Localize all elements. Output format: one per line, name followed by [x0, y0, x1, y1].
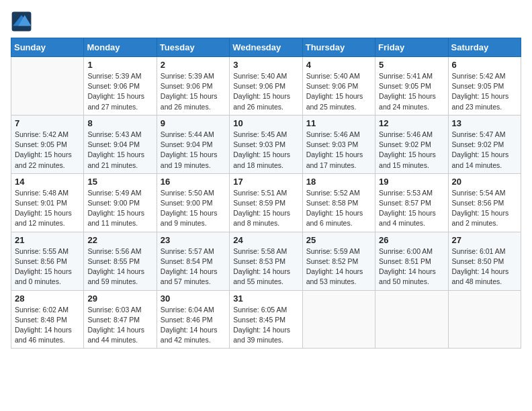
day-number: 20 — [452, 177, 517, 187]
day-number: 10 — [233, 118, 298, 128]
day-number: 29 — [87, 293, 152, 304]
cell-info: Sunrise: 5:54 AM Sunset: 8:56 PM Dayligh… — [452, 188, 517, 229]
cell-info: Sunrise: 5:58 AM Sunset: 8:53 PM Dayligh… — [233, 246, 298, 287]
day-number: 25 — [306, 235, 371, 245]
calendar-cell — [375, 290, 448, 349]
day-number: 15 — [87, 177, 152, 187]
calendar-cell — [448, 290, 521, 349]
logo — [11, 11, 35, 32]
calendar-cell: 4Sunrise: 5:40 AM Sunset: 9:06 PM Daylig… — [302, 57, 375, 116]
day-number: 28 — [15, 293, 80, 304]
header-tuesday: Tuesday — [157, 38, 229, 57]
cell-info: Sunrise: 6:02 AM Sunset: 8:48 PM Dayligh… — [15, 305, 80, 346]
calendar-cell: 10Sunrise: 5:45 AM Sunset: 9:03 PM Dayli… — [230, 115, 302, 173]
day-number: 4 — [306, 60, 371, 70]
calendar-cell: 30Sunrise: 6:04 AM Sunset: 8:46 PM Dayli… — [157, 290, 229, 349]
cell-info: Sunrise: 5:56 AM Sunset: 8:55 PM Dayligh… — [87, 246, 152, 287]
cell-info: Sunrise: 5:42 AM Sunset: 9:05 PM Dayligh… — [15, 130, 80, 171]
cell-info: Sunrise: 5:48 AM Sunset: 9:01 PM Dayligh… — [15, 188, 80, 229]
calendar-cell: 16Sunrise: 5:50 AM Sunset: 9:00 PM Dayli… — [157, 173, 229, 232]
calendar-table: SundayMondayTuesdayWednesdayThursdayFrid… — [11, 38, 521, 349]
day-number: 5 — [379, 60, 444, 70]
cell-info: Sunrise: 5:55 AM Sunset: 8:56 PM Dayligh… — [15, 246, 80, 287]
calendar-cell: 1Sunrise: 5:39 AM Sunset: 9:06 PM Daylig… — [84, 57, 157, 116]
calendar-cell: 27Sunrise: 6:01 AM Sunset: 8:50 PM Dayli… — [448, 232, 521, 290]
day-number: 17 — [233, 177, 298, 187]
cell-info: Sunrise: 5:51 AM Sunset: 8:59 PM Dayligh… — [233, 188, 298, 229]
day-number: 27 — [452, 235, 517, 245]
calendar-week-4: 21Sunrise: 5:55 AM Sunset: 8:56 PM Dayli… — [11, 232, 521, 290]
calendar-cell: 15Sunrise: 5:49 AM Sunset: 9:00 PM Dayli… — [84, 173, 157, 232]
calendar-week-3: 14Sunrise: 5:48 AM Sunset: 9:01 PM Dayli… — [11, 173, 521, 232]
calendar-cell — [302, 290, 375, 349]
cell-info: Sunrise: 5:43 AM Sunset: 9:04 PM Dayligh… — [87, 130, 152, 171]
calendar-week-1: 1Sunrise: 5:39 AM Sunset: 9:06 PM Daylig… — [11, 57, 521, 116]
calendar-cell: 7Sunrise: 5:42 AM Sunset: 9:05 PM Daylig… — [11, 115, 84, 173]
calendar-cell: 26Sunrise: 6:00 AM Sunset: 8:51 PM Dayli… — [375, 232, 448, 290]
calendar-cell: 18Sunrise: 5:52 AM Sunset: 8:58 PM Dayli… — [302, 173, 375, 232]
cell-info: Sunrise: 5:52 AM Sunset: 8:58 PM Dayligh… — [306, 188, 371, 229]
day-number: 31 — [233, 293, 298, 304]
logo-icon — [11, 11, 32, 32]
cell-info: Sunrise: 5:59 AM Sunset: 8:52 PM Dayligh… — [306, 246, 371, 287]
calendar-cell: 19Sunrise: 5:53 AM Sunset: 8:57 PM Dayli… — [375, 173, 448, 232]
day-number: 8 — [87, 118, 152, 128]
day-number: 19 — [379, 177, 444, 187]
day-number: 30 — [161, 293, 226, 304]
day-number: 21 — [15, 235, 80, 245]
page-header — [11, 11, 521, 32]
day-number: 3 — [233, 60, 298, 70]
calendar-week-5: 28Sunrise: 6:02 AM Sunset: 8:48 PM Dayli… — [11, 290, 521, 349]
header-friday: Friday — [375, 38, 448, 57]
cell-info: Sunrise: 5:39 AM Sunset: 9:06 PM Dayligh… — [87, 71, 152, 112]
calendar-cell: 17Sunrise: 5:51 AM Sunset: 8:59 PM Dayli… — [230, 173, 302, 232]
day-number: 23 — [161, 235, 226, 245]
cell-info: Sunrise: 6:04 AM Sunset: 8:46 PM Dayligh… — [161, 305, 226, 346]
calendar-cell: 24Sunrise: 5:58 AM Sunset: 8:53 PM Dayli… — [230, 232, 302, 290]
header-sunday: Sunday — [11, 38, 84, 57]
header-thursday: Thursday — [302, 38, 375, 57]
calendar-cell: 9Sunrise: 5:44 AM Sunset: 9:04 PM Daylig… — [157, 115, 229, 173]
day-number: 22 — [87, 235, 152, 245]
calendar-cell: 20Sunrise: 5:54 AM Sunset: 8:56 PM Dayli… — [448, 173, 521, 232]
calendar-cell: 28Sunrise: 6:02 AM Sunset: 8:48 PM Dayli… — [11, 290, 84, 349]
day-number: 18 — [306, 177, 371, 187]
calendar-cell: 2Sunrise: 5:39 AM Sunset: 9:06 PM Daylig… — [157, 57, 229, 116]
calendar-cell: 12Sunrise: 5:46 AM Sunset: 9:02 PM Dayli… — [375, 115, 448, 173]
cell-info: Sunrise: 5:45 AM Sunset: 9:03 PM Dayligh… — [233, 130, 298, 171]
cell-info: Sunrise: 5:40 AM Sunset: 9:06 PM Dayligh… — [306, 71, 371, 112]
cell-info: Sunrise: 5:46 AM Sunset: 9:03 PM Dayligh… — [306, 130, 371, 171]
header-wednesday: Wednesday — [230, 38, 302, 57]
calendar-cell: 29Sunrise: 6:03 AM Sunset: 8:47 PM Dayli… — [84, 290, 157, 349]
calendar-cell: 21Sunrise: 5:55 AM Sunset: 8:56 PM Dayli… — [11, 232, 84, 290]
cell-info: Sunrise: 5:53 AM Sunset: 8:57 PM Dayligh… — [379, 188, 444, 229]
calendar-header-row: SundayMondayTuesdayWednesdayThursdayFrid… — [11, 38, 521, 57]
day-number: 13 — [452, 118, 517, 128]
day-number: 26 — [379, 235, 444, 245]
calendar-cell: 5Sunrise: 5:41 AM Sunset: 9:05 PM Daylig… — [375, 57, 448, 116]
cell-info: Sunrise: 5:42 AM Sunset: 9:05 PM Dayligh… — [452, 71, 517, 112]
day-number: 16 — [161, 177, 226, 187]
cell-info: Sunrise: 6:01 AM Sunset: 8:50 PM Dayligh… — [452, 246, 517, 287]
cell-info: Sunrise: 5:44 AM Sunset: 9:04 PM Dayligh… — [161, 130, 226, 171]
calendar-cell — [11, 57, 84, 116]
day-number: 2 — [161, 60, 226, 70]
cell-info: Sunrise: 5:40 AM Sunset: 9:06 PM Dayligh… — [233, 71, 298, 112]
cell-info: Sunrise: 5:57 AM Sunset: 8:54 PM Dayligh… — [161, 246, 226, 287]
calendar-cell: 13Sunrise: 5:47 AM Sunset: 9:02 PM Dayli… — [448, 115, 521, 173]
cell-info: Sunrise: 5:46 AM Sunset: 9:02 PM Dayligh… — [379, 130, 444, 171]
day-number: 14 — [15, 177, 80, 187]
calendar-cell: 3Sunrise: 5:40 AM Sunset: 9:06 PM Daylig… — [230, 57, 302, 116]
calendar-week-2: 7Sunrise: 5:42 AM Sunset: 9:05 PM Daylig… — [11, 115, 521, 173]
calendar-cell: 22Sunrise: 5:56 AM Sunset: 8:55 PM Dayli… — [84, 232, 157, 290]
cell-info: Sunrise: 5:39 AM Sunset: 9:06 PM Dayligh… — [161, 71, 226, 112]
calendar-cell: 11Sunrise: 5:46 AM Sunset: 9:03 PM Dayli… — [302, 115, 375, 173]
day-number: 7 — [15, 118, 80, 128]
cell-info: Sunrise: 6:03 AM Sunset: 8:47 PM Dayligh… — [87, 305, 152, 346]
cell-info: Sunrise: 5:41 AM Sunset: 9:05 PM Dayligh… — [379, 71, 444, 112]
day-number: 6 — [452, 60, 517, 70]
cell-info: Sunrise: 5:50 AM Sunset: 9:00 PM Dayligh… — [161, 188, 226, 229]
calendar-cell: 6Sunrise: 5:42 AM Sunset: 9:05 PM Daylig… — [448, 57, 521, 116]
header-monday: Monday — [84, 38, 157, 57]
cell-info: Sunrise: 6:05 AM Sunset: 8:45 PM Dayligh… — [233, 305, 298, 346]
